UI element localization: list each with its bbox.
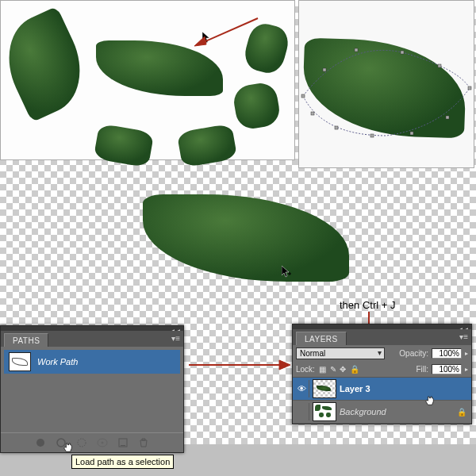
leaf-selection-closeup <box>298 0 474 168</box>
lock-all-icon[interactable]: 🔒 <box>350 365 359 374</box>
layer-row-background[interactable]: Background 🔒 <box>293 401 471 424</box>
svg-line-11 <box>198 18 258 44</box>
path-thumbnail <box>9 352 31 371</box>
svg-rect-8 <box>370 134 374 137</box>
red-arrow-1 <box>190 14 262 50</box>
svg-rect-5 <box>468 86 471 90</box>
svg-rect-0 <box>301 94 305 98</box>
svg-rect-6 <box>446 116 449 119</box>
lock-icon: 🔒 <box>457 408 466 416</box>
svg-point-21 <box>78 439 86 447</box>
make-work-path-icon[interactable] <box>96 437 109 448</box>
paths-tab[interactable]: PATHS <box>4 333 48 347</box>
svg-rect-25 <box>121 445 125 446</box>
svg-point-23 <box>102 442 104 444</box>
fill-path-icon[interactable] <box>34 437 47 448</box>
lock-icons-group: ▦ ✎ ✥ 🔒 <box>318 365 360 374</box>
svg-rect-7 <box>410 132 413 135</box>
panel-menu-icon[interactable]: ▾≡ <box>459 332 468 341</box>
svg-point-19 <box>36 439 44 447</box>
opacity-input[interactable]: 100% <box>432 348 462 359</box>
svg-rect-2 <box>355 48 358 52</box>
hand-cursor-icon <box>425 395 435 408</box>
red-arrow-right <box>189 357 292 373</box>
fill-label: Fill: <box>416 365 428 374</box>
path-name-label: Work Path <box>37 357 78 367</box>
layer-thumbnail <box>313 402 336 421</box>
layer-thumbnail <box>313 379 336 398</box>
svg-marker-12 <box>194 36 206 46</box>
lock-position-icon[interactable]: ✥ <box>340 365 346 374</box>
blend-mode-dropdown[interactable]: Normal <box>296 347 385 359</box>
hand-cursor-icon <box>63 442 73 455</box>
lock-image-icon[interactable]: ✎ <box>330 365 336 374</box>
layer-name-label: Layer 3 <box>340 384 370 393</box>
move-cursor-icon <box>282 266 291 278</box>
layers-panel: ◀◀ LAYERS ▾≡ Normal Opacity: 100% ▸ Lock… <box>292 324 472 424</box>
work-path-item[interactable]: Work Path <box>4 350 180 374</box>
opacity-flyout-icon[interactable]: ▸ <box>465 350 468 357</box>
paths-panel-footer <box>1 432 183 452</box>
svg-rect-3 <box>401 51 404 54</box>
svg-rect-9 <box>335 126 338 129</box>
svg-rect-10 <box>311 112 314 115</box>
fill-flyout-icon[interactable]: ▸ <box>465 366 468 373</box>
fill-input[interactable]: 100% <box>432 364 462 374</box>
panel-menu-icon[interactable]: ▾≡ <box>171 334 180 343</box>
layer-row-layer3[interactable]: 👁 Layer 3 <box>293 378 471 401</box>
layer-name-label: Background <box>340 407 386 416</box>
lock-label: Lock: <box>296 365 315 374</box>
extracted-leaf <box>143 194 349 282</box>
svg-marker-16 <box>279 360 290 370</box>
lock-transparency-icon[interactable]: ▦ <box>319 365 326 374</box>
svg-rect-1 <box>323 68 326 71</box>
layers-tab[interactable]: LAYERS <box>296 332 347 345</box>
delete-path-icon[interactable] <box>137 437 150 448</box>
paths-panel: ◀◀ PATHS ▾≡ Work Path <box>0 325 184 453</box>
load-path-selection-icon[interactable] <box>75 437 88 448</box>
visibility-eye-icon[interactable]: 👁 <box>298 384 306 393</box>
new-path-icon[interactable] <box>117 437 129 448</box>
svg-rect-4 <box>438 64 441 67</box>
opacity-label: Opacity: <box>399 349 428 358</box>
tooltip: Load path as a selection <box>71 455 174 469</box>
annotation-ctrl-j: then Ctrl + J <box>340 299 395 311</box>
